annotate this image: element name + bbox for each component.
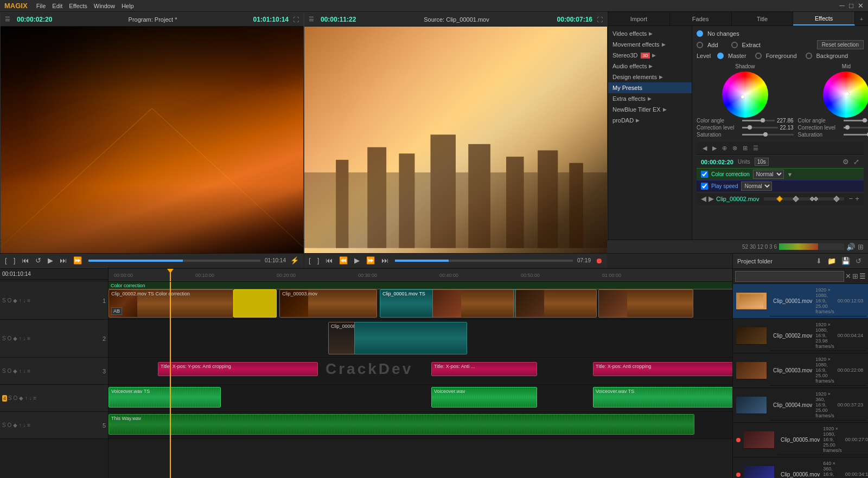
effects-settings-btn[interactable]: ⚙ [843,158,849,166]
progress-bar-left[interactable] [88,260,260,262]
pf-item-3[interactable]: Clip_00003.mov 1920 × 1080, 16:9, 25.00 … [733,353,868,388]
level-fg-radio[interactable] [755,53,762,59]
kft-prev-btn[interactable]: ◀ [701,195,706,203]
mid-dot[interactable] [845,92,850,96]
add-marker-left[interactable]: ⚡ [288,255,301,266]
clip-2-2[interactable] [354,322,467,354]
pf-item-6[interactable]: Clip_00006.mov 640 × 360, 16:9, 23.98 fr… [733,457,868,478]
pf-view-controls[interactable]: ⬇ 📁 💾 ↺ [814,256,864,266]
prev-frame-right[interactable]: ⏮ [323,255,335,266]
menu-file[interactable]: File [36,3,46,9]
effects-item-movement[interactable]: Movement effects ▶ [608,39,692,50]
effects-item-presets[interactable]: My Presets [608,82,692,93]
mid-wheel[interactable] [823,72,868,118]
kf-list-btn[interactable]: ☰ [751,144,760,152]
clip-5-1[interactable]: This Way.wav [108,414,694,435]
clip-3-2[interactable]: Title: X-pos: Anti ... [431,362,537,376]
level-bg-radio[interactable] [806,53,812,59]
clip-3-3[interactable]: Title: X-pos: Anti cropping [593,362,732,376]
effects-item-prodad[interactable]: proDAD ▶ [608,115,692,126]
pf-item-5[interactable]: Clip_00005.mov 1920 × 1080, 16:9, 25.00 … [733,423,868,457]
shadow-color-wheel[interactable] [722,72,768,118]
menu-window[interactable]: Window [94,3,115,9]
kft-bar[interactable] [764,197,845,201]
hamburger-icon-left[interactable]: ☰ [5,16,10,23]
bracket-in-btn-right[interactable]: [ [307,255,313,266]
kf-next-btn[interactable]: ▶ [711,144,718,152]
play-btn-right[interactable]: ▶ [352,255,362,266]
mid-correction-slider[interactable] [844,127,868,128]
prev-btn-right[interactable]: ⏪ [337,255,350,266]
mixer-btn[interactable]: ⊞ [858,243,864,251]
close-btn[interactable]: ✕ [858,2,864,10]
clip-3-1[interactable]: Title: X-pos: Y-pos: Anti cropping [158,362,318,376]
level-master-radio[interactable] [717,53,724,59]
shadow-correction-slider[interactable] [742,127,778,128]
next-btn-right[interactable]: ⏩ [364,255,377,266]
expand-right-icon[interactable]: ⛶ [597,16,603,23]
clip-1-5[interactable] [432,289,514,318]
tab-fades[interactable]: Fades [670,12,732,25]
minimize-btn[interactable]: ─ [839,2,844,10]
pf-folder-btn[interactable]: 📁 [825,256,838,266]
effects-item-newblue[interactable]: NewBlue Titler EX ▶ [608,104,692,115]
loop-btn-left[interactable]: ↺ [33,255,43,266]
kf-prev-btn[interactable]: ◀ [701,144,709,152]
effects-item-video[interactable]: Video effects ▶ [608,28,692,39]
kf-diamond-4[interactable] [814,196,818,201]
tab-import[interactable]: Import [608,12,670,25]
pf-item-2[interactable]: Clip_00002.mov 1920 × 1080, 16:9, 23.98 … [733,319,868,353]
window-controls[interactable]: ─ □ ✕ [839,2,864,10]
clip-1-3[interactable]: Clip_00003.mov [279,289,377,318]
cc-mode-select[interactable]: Normal [753,170,784,179]
ps-checkbox[interactable] [701,183,708,190]
effects-fit-btn[interactable]: ⤢ [853,158,859,166]
bracket-out-btn-right[interactable]: ] [315,255,322,266]
kf-diamond-1[interactable] [777,196,783,202]
prev-frame-left[interactable]: ⏮ [20,255,31,266]
clip-1-1[interactable]: Clip_00002.mov TS Color correction AB [108,289,233,318]
kf-del-btn[interactable]: ⊗ [731,144,739,152]
shadow-wheel[interactable] [722,72,768,118]
tab-effects[interactable]: Effects [793,12,855,25]
reset-selection-btn[interactable]: Reset selection [817,40,864,49]
pf-item-4[interactable]: Clip_00004.mov 1920 × 360, 16:9, 25.00 f… [733,388,868,423]
kf-diamond-2[interactable] [793,196,799,202]
maximize-btn[interactable]: □ [849,2,853,10]
shadow-angle-slider[interactable] [742,120,775,121]
effects-tabs[interactable]: Import Fades Title Effects + [608,12,868,26]
clip-1-yellow[interactable] [233,289,277,318]
pf-close-search-btn[interactable]: ✕ [845,272,851,280]
menu-help[interactable]: Help [122,3,134,9]
kf-add-btn[interactable]: ⊕ [720,144,729,152]
clip-4-1[interactable]: Voiceover.wav TS [108,387,221,408]
pf-toolbar[interactable]: ✕ ⊞ ☰ [733,269,868,284]
cc-checkbox[interactable] [701,171,708,178]
menu-edit[interactable]: Edit [52,3,62,9]
kft-next-btn[interactable]: ▶ [709,195,714,203]
kft-zoom-out-btn[interactable]: − [848,195,853,203]
effects-item-audio[interactable]: Audio effects ▶ [608,61,692,72]
pf-list-view-btn[interactable]: ☰ [859,272,866,280]
preview-left-controls[interactable]: [ ] ⏮ ↺ ▶ ⏭ ⏩ 01:10:14 ⚡ [1,253,303,267]
effects-tab-expand[interactable]: + [855,12,868,25]
pf-refresh-btn[interactable]: ↺ [853,256,864,266]
kf-diamond-5[interactable] [833,196,839,202]
effects-item-design[interactable]: Design elements ▶ [608,72,692,82]
shadow-saturation-slider[interactable] [742,134,794,135]
pf-download-btn[interactable]: ⬇ [814,256,824,266]
record-btn[interactable]: ⏺ [593,255,605,266]
mid-angle-slider[interactable] [844,120,868,121]
cc-expand-btn[interactable]: ▼ [787,171,793,178]
bracket-out-btn-left[interactable]: ] [11,255,18,266]
cc-radio-no-changes[interactable] [697,30,703,37]
clip-1-7[interactable] [598,289,693,318]
forward-btn-right[interactable]: ⏭ [379,255,391,266]
cc-radio-extract[interactable] [731,42,738,48]
kft-zoom-in-btn[interactable]: + [855,195,859,203]
menu-bar[interactable]: File Edit Effects Window Help [36,3,134,9]
volume-btn[interactable]: 🔊 [846,243,856,251]
forward-btn-left[interactable]: ⏩ [71,255,84,266]
progress-bar-right[interactable] [395,260,573,262]
effects-item-extra[interactable]: Extra effects ▶ [608,93,692,104]
